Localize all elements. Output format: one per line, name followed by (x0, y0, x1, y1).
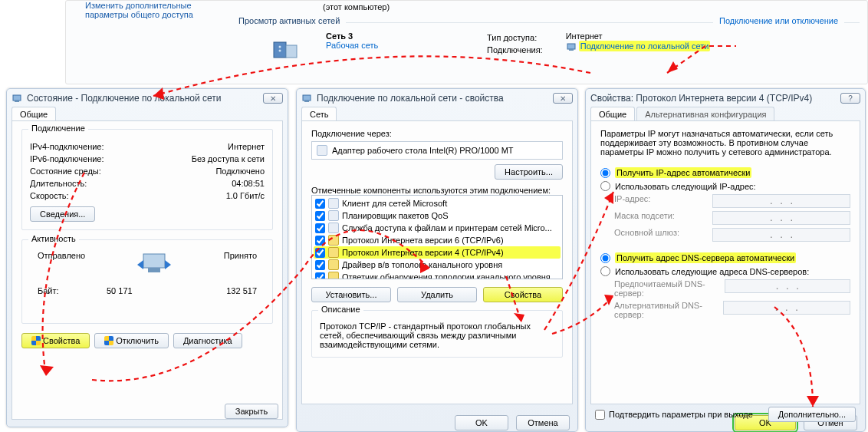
uninstall-button[interactable]: Удалить (397, 287, 477, 302)
diagnose-button[interactable]: Диагностика (173, 333, 242, 348)
list-item: Служба доступа к файлам и принтерам сете… (314, 222, 561, 234)
component-properties-button[interactable]: Свойства (483, 287, 563, 302)
configure-button[interactable]: Настроить... (495, 164, 563, 180)
component-checkbox[interactable] (315, 236, 325, 246)
duration-value: 04:08:51 (232, 179, 265, 188)
svg-marker-10 (137, 260, 143, 269)
window-ipv4-properties: Свойства: Протокол Интернета версии 4 (T… (585, 88, 866, 432)
radio-manual-ip[interactable] (600, 181, 610, 191)
this-computer-label: (этот компьютер) (238, 1, 860, 16)
description-legend: Описание (318, 305, 363, 314)
adapter-icon (317, 145, 327, 156)
list-item: Планировщик пакетов QoS (314, 209, 561, 222)
network-icon (269, 31, 303, 65)
svg-marker-11 (165, 260, 171, 269)
svg-rect-12 (303, 95, 311, 101)
svg-rect-7 (15, 101, 19, 102)
sent-bytes: 50 171 (107, 286, 133, 295)
component-icon (328, 198, 339, 209)
component-checkbox[interactable] (315, 260, 325, 270)
window-connection-properties: Подключение по локальной сети - свойства… (296, 88, 578, 432)
svg-rect-8 (143, 254, 165, 268)
window-title: Подключение по локальной сети - свойства (317, 93, 504, 104)
component-checkbox[interactable] (315, 211, 325, 221)
tab-general[interactable]: Общие (12, 107, 56, 120)
media-label: Состояние среды: (30, 167, 101, 176)
radio-auto-dns[interactable] (600, 253, 610, 263)
validate-checkbox[interactable] (595, 410, 605, 420)
components-listbox[interactable]: Клиент для сетей Microsoft Планировщик п… (311, 195, 563, 279)
component-checkbox[interactable] (315, 272, 325, 280)
description-text: Протокол TCP/IP - стандартный протокол г… (320, 322, 554, 349)
sidebar-link-advanced-sharing[interactable]: Изменить дополнительные параметры общего… (85, 1, 219, 19)
network-center-panel: Изменить дополнительные параметры общего… (65, 0, 868, 84)
component-label: Служба доступа к файлам и принтерам сете… (342, 223, 552, 232)
dns1-input (725, 279, 850, 293)
ipv4-label: IPv4-подключение: (30, 142, 104, 151)
disable-button[interactable]: Отключить (94, 333, 169, 348)
access-type-value: Интернет (566, 31, 711, 41)
network-type-link[interactable]: Рабочая сеть (326, 41, 378, 50)
media-value: Подключено (215, 167, 265, 176)
install-button[interactable]: Установить... (311, 287, 391, 302)
details-button[interactable]: Сведения... (30, 206, 95, 222)
svg-rect-1 (286, 45, 297, 58)
tab-general[interactable]: Общие (590, 107, 635, 120)
close-icon[interactable]: ✕ (553, 93, 573, 104)
mask-input (712, 211, 850, 225)
radio-manual-dns[interactable] (600, 266, 610, 276)
advanced-button[interactable]: Дополнительно... (768, 407, 856, 422)
group-activity-legend: Активность (28, 234, 79, 243)
ipv6-value: Без доступа к сети (192, 154, 265, 163)
component-checkbox[interactable] (315, 248, 325, 258)
tab-alt-config[interactable]: Альтернативная конфигурация (636, 107, 774, 120)
component-label: Протокол Интернета версии 4 (TCP/IPv4) (342, 248, 504, 257)
cancel-button[interactable]: Отмена (516, 415, 570, 430)
access-type-label: Тип доступа: (487, 33, 537, 42)
svg-rect-6 (13, 95, 21, 101)
component-icon (328, 272, 339, 279)
close-icon[interactable]: ✕ (263, 93, 283, 104)
radio-auto-dns-label: Получить адрес DNS-сервера автоматически (615, 252, 796, 263)
tab-network[interactable]: Сеть (301, 107, 337, 120)
components-label: Отмеченные компоненты используются этим … (311, 186, 563, 195)
lan-icon (12, 93, 22, 104)
ip-label: IP-адрес: (614, 194, 650, 208)
ip-input (712, 194, 850, 208)
connection-link[interactable]: Подключение по локальной сети (579, 41, 711, 51)
list-item: Драйвер в/в тополога канального уровня (314, 259, 561, 271)
list-item: Протокол Интернета версии 6 (TCP/IPv6) (314, 234, 561, 246)
component-checkbox[interactable] (315, 199, 325, 209)
connect-disconnect-link[interactable]: Подключение или отключение (719, 16, 838, 25)
bytes-label: Байт: (38, 286, 59, 295)
lan-icon (301, 93, 312, 104)
ipv6-label: IPv6-подключение: (30, 154, 104, 163)
connect-using-label: Подключение через: (311, 129, 563, 138)
speed-label: Скорость: (30, 191, 69, 200)
radio-auto-ip-label: Получить IP-адрес автоматически (615, 167, 751, 178)
recv-label: Принято (224, 251, 257, 279)
component-label: Протокол Интернета версии 6 (TCP/IPv6) (342, 236, 504, 245)
adapter-name: Адаптер рабочего стола Intel(R) PRO/1000… (332, 146, 514, 155)
ok-button[interactable]: OK (455, 415, 508, 430)
dns1-label: Предпочитаемый DNS-сервер: (614, 279, 725, 298)
svg-rect-5 (569, 49, 574, 51)
svg-point-2 (279, 46, 281, 48)
list-item-selected: Протокол Интернета версии 4 (TCP/IPv4) (314, 246, 561, 259)
validate-label: Подтвердить параметры при выходе (609, 410, 753, 419)
ipv4-value: Интернет (228, 142, 265, 151)
close-button[interactable]: Закрыть (225, 404, 278, 419)
component-icon (328, 223, 339, 233)
properties-button[interactable]: Свойства (21, 333, 90, 348)
gateway-input (712, 228, 850, 242)
connections-label: Подключения: (487, 45, 543, 54)
window-title: Свойства: Протокол Интернета версии 4 (T… (590, 93, 812, 104)
shield-icon (104, 336, 113, 345)
sent-label: Отправлено (38, 251, 85, 279)
radio-auto-ip[interactable] (600, 168, 610, 178)
component-checkbox[interactable] (315, 223, 325, 233)
radio-manual-ip-label: Использовать следующий IP-адрес: (615, 182, 756, 191)
help-icon[interactable]: ? (840, 93, 860, 104)
mask-label: Маска подсети: (614, 211, 675, 225)
ipv4-intro-text: Параметры IP могут назначаться автоматич… (600, 129, 850, 157)
